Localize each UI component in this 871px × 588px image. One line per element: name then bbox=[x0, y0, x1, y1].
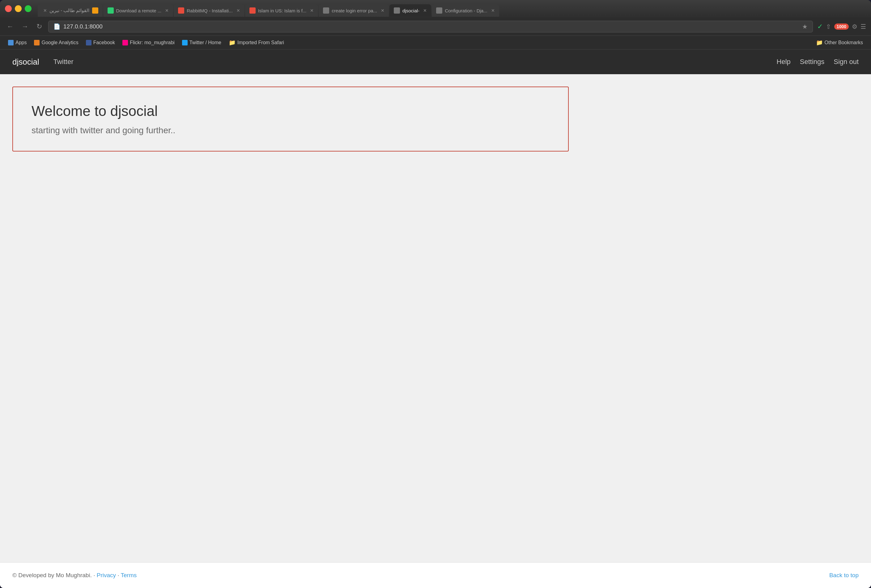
main-content: Welcome to djsocial starting with twitte… bbox=[0, 74, 871, 563]
bookmark-apps-label: Apps bbox=[15, 40, 27, 45]
nav-signout[interactable]: Sign out bbox=[834, 58, 859, 66]
browser-window: القوائم طالب - نبرين ✕ Download a remote… bbox=[0, 0, 871, 588]
app-brand[interactable]: djsocial bbox=[12, 57, 39, 67]
tab-djsocial-icon bbox=[394, 7, 400, 13]
back-button[interactable]: ← bbox=[5, 21, 15, 33]
bookmark-other-label: Other Bookmarks bbox=[825, 40, 863, 45]
tab-arabic-label: القوائم طالب - نبرين bbox=[49, 8, 90, 13]
footer-terms-link[interactable]: Terms bbox=[121, 572, 137, 578]
bookmark-analytics-label: Google Analytics bbox=[42, 40, 78, 45]
twitter-icon bbox=[182, 40, 188, 45]
tab-create[interactable]: create login error pa... ✕ bbox=[319, 4, 389, 17]
tab-djsocial[interactable]: djsocial- ✕ bbox=[389, 4, 431, 17]
url-bar[interactable]: 📄 127.0.0.1:8000 ★ bbox=[48, 21, 813, 33]
bookmark-analytics[interactable]: Google Analytics bbox=[31, 39, 81, 47]
bookmark-twitter-label: Twitter / Home bbox=[190, 40, 221, 45]
bookmark-flickr-label: Flickr: mo_mughrabi bbox=[130, 40, 175, 45]
other-bookmarks-icon: 📁 bbox=[816, 39, 823, 46]
tab-remote-icon bbox=[108, 7, 114, 13]
tab-remote[interactable]: Download a remote ... ✕ bbox=[103, 4, 174, 17]
menu-button[interactable]: ☰ bbox=[861, 23, 866, 30]
toolbar-right: ✓ ⇧ 1000 ⚙ ☰ bbox=[817, 22, 866, 31]
bookmark-facebook-label: Facebook bbox=[93, 40, 115, 45]
star-icon[interactable]: ★ bbox=[802, 23, 808, 30]
url-text: 127.0.0.1:8000 bbox=[63, 23, 799, 30]
app-navbar: djsocial Twitter Help Settings Sign out bbox=[0, 49, 871, 74]
footer-separator: · bbox=[117, 572, 121, 578]
nav-link-twitter[interactable]: Twitter bbox=[48, 55, 78, 68]
analytics-icon bbox=[34, 40, 40, 45]
bookmarks-bar: Apps Google Analytics Facebook Flickr: m… bbox=[0, 36, 871, 49]
footer-privacy-link[interactable]: Privacy bbox=[97, 572, 116, 578]
page-content: djsocial Twitter Help Settings Sign out … bbox=[0, 49, 871, 588]
tab-remote-label: Download a remote ... bbox=[116, 8, 162, 13]
welcome-box: Welcome to djsocial starting with twitte… bbox=[12, 87, 569, 151]
tab-arabic-icon bbox=[92, 7, 98, 13]
tab-djsocial-label: djsocial- bbox=[403, 8, 419, 13]
tab-arabic-close[interactable]: ✕ bbox=[43, 8, 47, 13]
tab-create-close[interactable]: ✕ bbox=[381, 8, 385, 13]
tab-rabbit[interactable]: RabbitMQ - Installati... ✕ bbox=[174, 4, 244, 17]
tab-config-close[interactable]: ✕ bbox=[491, 8, 495, 13]
footer-copyright: © Developed by Mo Mughrabi. · bbox=[12, 572, 95, 578]
tab-youtube[interactable]: Islam in US: Islam is f... ✕ bbox=[245, 4, 318, 17]
tab-youtube-icon bbox=[250, 7, 256, 13]
bookmark-facebook[interactable]: Facebook bbox=[83, 39, 118, 47]
maximize-button[interactable] bbox=[25, 5, 31, 12]
tab-rabbit-label: RabbitMQ - Installati... bbox=[187, 8, 232, 13]
facebook-icon bbox=[86, 40, 91, 45]
flickr-icon bbox=[123, 40, 128, 45]
app-nav-right: Help Settings Sign out bbox=[777, 58, 859, 66]
bookmark-twitter[interactable]: Twitter / Home bbox=[179, 39, 224, 47]
tab-djsocial-close[interactable]: ✕ bbox=[423, 8, 427, 13]
tab-config-icon bbox=[436, 7, 442, 13]
checkmark-button[interactable]: ✓ bbox=[817, 22, 823, 31]
welcome-subtitle: starting with twitter and going further.… bbox=[31, 126, 549, 135]
folder-icon: 📁 bbox=[229, 39, 235, 46]
tab-config[interactable]: Configuration - Dja... ✕ bbox=[432, 4, 499, 17]
lock-icon: 📄 bbox=[54, 23, 60, 30]
footer-back-to-top[interactable]: Back to top bbox=[829, 572, 859, 579]
tabs-bar: القوائم طالب - نبرين ✕ Download a remote… bbox=[35, 1, 866, 17]
settings-toolbar-button[interactable]: ⚙ bbox=[852, 23, 858, 30]
tab-config-label: Configuration - Dja... bbox=[445, 8, 488, 13]
address-bar: ← → ↻ 📄 127.0.0.1:8000 ★ ✓ ⇧ 1000 ⚙ ☰ bbox=[0, 17, 871, 36]
tab-create-icon bbox=[323, 7, 329, 13]
tab-create-label: create login error pa... bbox=[332, 8, 377, 13]
bookmark-imported-label: Imported From Safari bbox=[237, 40, 284, 45]
apps-icon bbox=[8, 40, 13, 45]
notification-badge: 1000 bbox=[834, 24, 849, 30]
bookmark-imported[interactable]: 📁 Imported From Safari bbox=[226, 38, 287, 47]
share-button[interactable]: ⇧ bbox=[826, 23, 831, 30]
page-footer: © Developed by Mo Mughrabi. · Privacy · … bbox=[0, 563, 871, 588]
nav-help[interactable]: Help bbox=[777, 58, 791, 66]
close-button[interactable] bbox=[5, 5, 12, 12]
minimize-button[interactable] bbox=[15, 5, 22, 12]
nav-settings[interactable]: Settings bbox=[800, 58, 825, 66]
footer-left: © Developed by Mo Mughrabi. · Privacy · … bbox=[12, 572, 137, 579]
tab-arabic[interactable]: القوائم طالب - نبرين ✕ bbox=[38, 4, 103, 17]
bookmark-flickr[interactable]: Flickr: mo_mughrabi bbox=[119, 39, 178, 47]
tab-youtube-close[interactable]: ✕ bbox=[310, 8, 314, 13]
bookmark-other[interactable]: 📁 Other Bookmarks bbox=[813, 38, 866, 47]
tab-remote-close[interactable]: ✕ bbox=[165, 8, 169, 13]
welcome-title: Welcome to djsocial bbox=[31, 103, 549, 119]
tab-rabbit-icon bbox=[178, 7, 184, 13]
bookmark-apps[interactable]: Apps bbox=[5, 39, 30, 47]
window-controls bbox=[5, 5, 31, 12]
forward-button[interactable]: → bbox=[20, 21, 30, 33]
tab-rabbit-close[interactable]: ✕ bbox=[236, 8, 240, 13]
tab-youtube-label: Islam in US: Islam is f... bbox=[258, 8, 307, 13]
title-bar: القوائم طالب - نبرين ✕ Download a remote… bbox=[0, 0, 871, 17]
reload-button[interactable]: ↻ bbox=[34, 21, 44, 33]
